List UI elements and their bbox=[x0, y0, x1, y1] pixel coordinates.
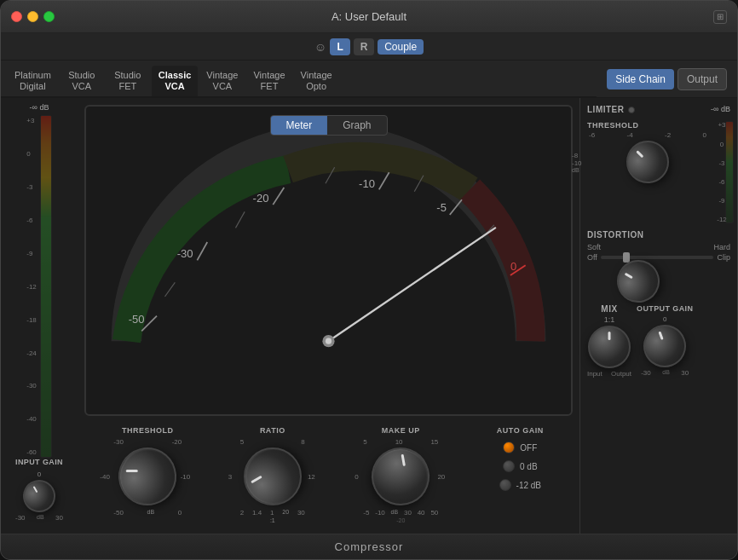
traffic-lights bbox=[11, 11, 55, 22]
left-meter-track bbox=[40, 115, 52, 458]
distortion-knob-area bbox=[587, 265, 689, 297]
tab-studio-vca[interactable]: StudioVCA bbox=[60, 66, 104, 96]
svg-point-20 bbox=[326, 338, 332, 344]
tab-vintage-fet[interactable]: VintageFET bbox=[246, 66, 291, 96]
soft-label: Soft bbox=[587, 243, 601, 251]
side-chain-button[interactable]: Side Chain bbox=[607, 69, 674, 89]
input-label: Input bbox=[587, 370, 603, 378]
meter-tabs: Meter Graph bbox=[269, 115, 387, 136]
svg-text:-50: -50 bbox=[129, 313, 145, 326]
maximize-button[interactable] bbox=[43, 11, 55, 22]
channel-bar: ☺ L R Couple bbox=[1, 33, 737, 61]
distortion-off-label: Off bbox=[587, 253, 597, 262]
output-button[interactable]: Output bbox=[677, 68, 727, 90]
auto-gain-off-button[interactable]: OFF bbox=[503, 442, 537, 453]
right-meter-track bbox=[725, 121, 734, 223]
titlebar: A: User Default ⊞ bbox=[1, 1, 737, 33]
left-panel: -∞ dB +3 0 -3 -6 -9 -12 -18 -24 -30 -40 bbox=[1, 98, 78, 534]
auto-gain-label: AUTO GAIN bbox=[497, 426, 544, 435]
output-gain-label: OUTPUT GAIN bbox=[637, 304, 693, 314]
left-scale: +3 0 -3 -6 -9 -12 -18 -24 -30 -40 -60 bbox=[26, 115, 37, 458]
mix-knob[interactable] bbox=[588, 326, 631, 368]
svg-text:-10: -10 bbox=[359, 177, 375, 190]
output-gain-knob[interactable] bbox=[637, 319, 692, 373]
meter-tab-meter[interactable]: Meter bbox=[270, 116, 327, 135]
sc-output-buttons: Side Chain Output bbox=[597, 61, 737, 97]
center-panel: Meter Graph bbox=[78, 98, 579, 534]
right-threshold-section: THRESHOLD -6 -4 -2 0 -8 -10 dB bbox=[587, 121, 708, 185]
right-threshold-knob[interactable] bbox=[618, 132, 678, 193]
right-meter-label: -∞ dB bbox=[711, 105, 730, 113]
distortion-clip-label: Clip bbox=[717, 253, 730, 262]
ratio-label: RATIO bbox=[260, 426, 285, 435]
bottom-label: Compressor bbox=[335, 540, 404, 553]
vu-display: Meter Graph bbox=[84, 105, 573, 416]
svg-text:-20: -20 bbox=[253, 192, 269, 205]
auto-gain-0db-button[interactable]: 0 dB bbox=[503, 460, 538, 472]
preset-tabs: PlatinumDigital StudioVCA StudioFET Clas… bbox=[1, 61, 597, 97]
expand-button[interactable]: ⊞ bbox=[713, 10, 727, 24]
output-label: Output bbox=[611, 370, 631, 378]
meter-tab-graph[interactable]: Graph bbox=[327, 116, 386, 135]
tab-classic-vca[interactable]: ClassicVCA bbox=[152, 66, 199, 96]
output-gain-section: OUTPUT GAIN 0 -30 dB 30 bbox=[637, 304, 693, 377]
hard-label: Hard bbox=[713, 243, 730, 251]
tab-vintage-vca[interactable]: VintageVCA bbox=[199, 66, 245, 96]
minimize-button[interactable] bbox=[27, 11, 38, 22]
auto-gain-12db-button[interactable]: -12 dB bbox=[499, 479, 541, 491]
auto-gain-0db-led bbox=[503, 460, 515, 472]
channel-l-button[interactable]: L bbox=[330, 38, 350, 55]
auto-gain-12db-label: -12 dB bbox=[516, 481, 541, 490]
main-window: A: User Default ⊞ ☺ L R Couple PlatinumD… bbox=[0, 0, 738, 560]
tab-vintage-opto[interactable]: VintageOpto bbox=[294, 66, 339, 96]
mix-section: MIX 1:1 Input Output bbox=[587, 304, 631, 378]
right-limiter-meter: +3 0 -3 -6 -9 -12 bbox=[713, 121, 730, 223]
svg-text:-5: -5 bbox=[436, 202, 447, 215]
couple-button[interactable]: Couple bbox=[378, 39, 424, 55]
right-meter: -∞ dB bbox=[711, 105, 730, 115]
svg-text:0: 0 bbox=[510, 261, 516, 274]
knobs-row: THRESHOLD -30 -20 -40 -10 bbox=[78, 423, 579, 534]
limiter-section: LIMITER bbox=[587, 105, 707, 118]
auto-gain-12db-led bbox=[499, 479, 511, 491]
svg-text:-30: -30 bbox=[177, 247, 193, 260]
auto-gain-0db-label: 0 dB bbox=[520, 462, 538, 471]
makeup-knob[interactable] bbox=[364, 439, 438, 513]
tab-platinum-digital[interactable]: PlatinumDigital bbox=[8, 66, 58, 96]
input-gain-knob[interactable] bbox=[17, 474, 61, 518]
threshold-label: THRESHOLD bbox=[122, 426, 174, 435]
right-panel: LIMITER -∞ dB THRESHOLD -6 bbox=[579, 98, 737, 534]
distortion-label: DISTORTION bbox=[587, 230, 730, 240]
input-gain-section: INPUT GAIN 0 -30 dB 30 bbox=[4, 458, 74, 528]
smiley-icon: ☺ bbox=[314, 40, 326, 54]
limiter-label: LIMITER bbox=[587, 105, 625, 114]
left-meter-label: -∞ dB bbox=[30, 103, 49, 112]
threshold-section: THRESHOLD -30 -20 -40 -10 bbox=[113, 426, 182, 517]
vu-meter-svg: -50 -30 -20 -10 -5 bbox=[86, 107, 571, 414]
tab-studio-fet[interactable]: StudioFET bbox=[106, 66, 150, 96]
auto-gain-off-label: OFF bbox=[520, 443, 537, 453]
mix-ratio: 1:1 bbox=[604, 315, 615, 324]
auto-gain-section: AUTO GAIN OFF 0 dB -12 dB bbox=[497, 426, 544, 491]
channel-r-button[interactable]: R bbox=[354, 38, 374, 55]
right-threshold-label: THRESHOLD bbox=[587, 121, 708, 130]
limiter-led bbox=[628, 107, 635, 113]
threshold-knob[interactable] bbox=[108, 437, 187, 517]
ratio-section: RATIO 5 8 3 12 bbox=[240, 426, 305, 523]
distortion-slider[interactable] bbox=[601, 256, 714, 259]
makeup-section: MAKE UP 5 10 15 0 20 bbox=[363, 426, 438, 523]
makeup-label: MAKE UP bbox=[382, 426, 420, 435]
bottom-bar: Compressor bbox=[1, 534, 737, 559]
mix-label: MIX bbox=[601, 304, 617, 314]
window-title: A: User Default bbox=[332, 10, 406, 23]
auto-gain-off-led bbox=[503, 442, 515, 453]
distortion-section: DISTORTION Soft Hard Off Clip bbox=[587, 230, 730, 297]
close-button[interactable] bbox=[11, 11, 22, 22]
input-gain-label: INPUT GAIN bbox=[15, 458, 63, 467]
body: -∞ dB +3 0 -3 -6 -9 -12 -18 -24 -30 -40 bbox=[1, 98, 737, 534]
mix-output-section: MIX 1:1 Input Output OUTPUT GAIN 0 bbox=[587, 304, 730, 378]
ratio-knob[interactable] bbox=[244, 447, 302, 505]
